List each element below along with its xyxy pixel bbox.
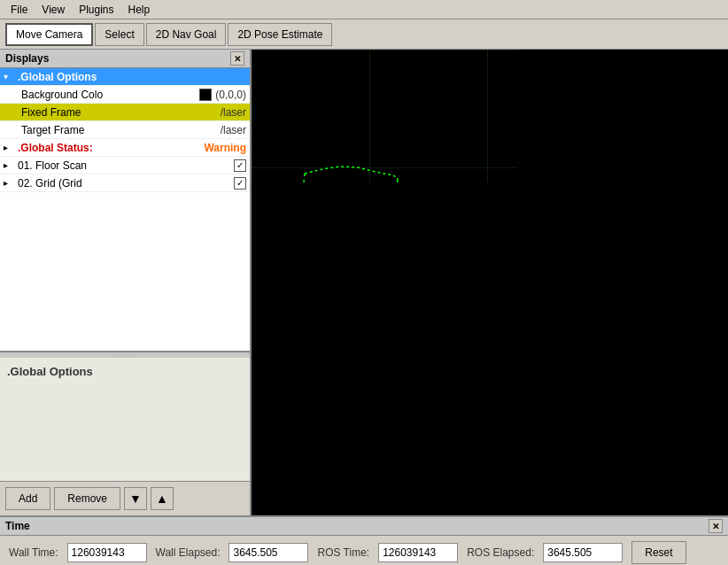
- tree-item-global-options[interactable]: ▾ .Global Options: [0, 68, 250, 86]
- add-button[interactable]: Add: [5, 487, 50, 510]
- menu-bar: File View Plugins Help: [0, 0, 728, 19]
- time-bar: Time ✕ Wall Time: Wall Elapsed: ROS Time…: [0, 515, 728, 565]
- displays-tree: ▾ .Global Options Background Colo (0,0,0…: [0, 68, 250, 351]
- up-arrow-button[interactable]: ▲: [151, 487, 174, 510]
- time-close-btn[interactable]: ✕: [709, 519, 723, 533]
- tree-item-global-status[interactable]: ▸ .Global Status: Warning: [0, 139, 250, 157]
- time-header: Time ✕: [0, 517, 728, 536]
- tree-item-target-frame[interactable]: Target Frame /laser: [0, 121, 250, 139]
- floor-scan-label: 01. Floor Scan: [18, 159, 234, 172]
- grid-checkbox[interactable]: ✓: [234, 177, 246, 190]
- menu-help[interactable]: Help: [121, 2, 158, 18]
- bg-color-value: (0,0,0): [215, 89, 246, 101]
- toolbar-2d-pose-estimate[interactable]: 2D Pose Estimate: [228, 23, 332, 46]
- toolbar-move-camera[interactable]: Move Camera: [5, 23, 93, 46]
- displays-close-btn[interactable]: ✕: [230, 51, 244, 66]
- viz-grid: [252, 50, 517, 182]
- target-frame-label: Target Frame: [21, 124, 221, 136]
- target-frame-value: /laser: [221, 124, 246, 136]
- color-swatch: [199, 89, 212, 101]
- ros-elapsed-input[interactable]: [543, 543, 623, 562]
- tree-item-bg-color[interactable]: Background Colo (0,0,0): [0, 86, 250, 104]
- toolbar: Move Camera Select 2D Nav Goal 2D Pose E…: [0, 19, 728, 50]
- menu-view[interactable]: View: [35, 2, 72, 18]
- up-arrow-icon: ▲: [156, 491, 168, 506]
- fixed-frame-label: Fixed Frame: [21, 106, 221, 119]
- close-icon: ✕: [234, 54, 241, 64]
- global-options-label: .Global Options: [18, 71, 246, 83]
- displays-buttons: Add Remove ▼ ▲: [0, 482, 250, 515]
- global-status-label: .Global Status:: [18, 142, 204, 154]
- grid-expand-icon: ▸: [4, 178, 18, 188]
- expand-icon: ▸: [4, 143, 18, 152]
- tree-item-floor-scan[interactable]: ▸ 01. Floor Scan ✓: [0, 157, 250, 174]
- collapse-icon: ▾: [4, 72, 18, 81]
- floor-scan-checkbox[interactable]: ✓: [234, 159, 246, 172]
- tree-item-grid[interactable]: ▸ 02. Grid (Grid ✓: [0, 174, 250, 192]
- tree-item-fixed-frame[interactable]: Fixed Frame /laser: [0, 104, 250, 121]
- toolbar-2d-nav-goal[interactable]: 2D Nav Goal: [146, 23, 227, 46]
- time-title: Time: [5, 520, 30, 532]
- wall-elapsed-input[interactable]: [228, 543, 308, 562]
- displays-title: Displays: [5, 52, 49, 65]
- down-arrow-icon: ▼: [129, 491, 142, 506]
- svg-rect-0: [252, 50, 517, 182]
- ros-elapsed-label: ROS Elapsed:: [467, 546, 534, 559]
- reset-button[interactable]: Reset: [631, 541, 685, 564]
- floor-scan-expand-icon: ▸: [4, 160, 18, 170]
- wall-elapsed-label: Wall Elapsed:: [156, 546, 221, 559]
- ros-time-label: ROS Time:: [317, 546, 369, 559]
- displays-header: Displays ✕: [0, 50, 250, 68]
- menu-plugins[interactable]: Plugins: [72, 2, 120, 18]
- viz-panel[interactable]: [252, 50, 728, 515]
- global-status-value: Warning: [204, 142, 246, 154]
- time-controls: Wall Time: Wall Elapsed: ROS Time: ROS E…: [0, 536, 728, 565]
- laser-scan-left: [302, 166, 402, 182]
- down-arrow-button[interactable]: ▼: [124, 487, 147, 510]
- left-panel: Displays ✕ ▾ .Global Options Background …: [0, 50, 252, 515]
- properties-panel: .Global Options: [0, 358, 250, 482]
- menu-file[interactable]: File: [4, 2, 35, 18]
- properties-title: .Global Options: [7, 365, 243, 378]
- displays-section: Displays ✕ ▾ .Global Options Background …: [0, 50, 250, 352]
- toolbar-select[interactable]: Select: [95, 23, 143, 46]
- remove-button[interactable]: Remove: [54, 487, 120, 510]
- ros-time-input[interactable]: [378, 543, 458, 562]
- wall-time-input[interactable]: [67, 543, 147, 562]
- wall-time-label: Wall Time:: [9, 546, 58, 559]
- main-content: Displays ✕ ▾ .Global Options Background …: [0, 50, 728, 515]
- bg-color-label: Background Colo: [21, 89, 199, 101]
- grid-label: 02. Grid (Grid: [18, 177, 234, 190]
- fixed-frame-value: /laser: [221, 106, 246, 119]
- time-close-icon: ✕: [712, 522, 719, 531]
